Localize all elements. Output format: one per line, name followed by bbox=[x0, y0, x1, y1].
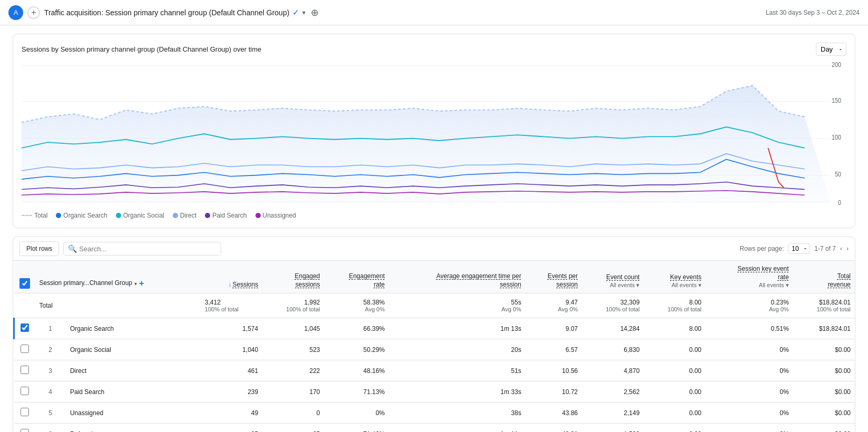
total-session-key-event-rate: 0.23% Avg 0% bbox=[706, 293, 793, 318]
engaged-sessions-col-header: Engagedsessions bbox=[262, 261, 324, 293]
svg-text:11: 11 bbox=[241, 207, 246, 208]
total-revenue-col-header: Totalrevenue bbox=[793, 261, 855, 293]
verified-icon: ✓ bbox=[292, 7, 299, 17]
svg-text:200: 200 bbox=[832, 62, 841, 68]
row-checkbox[interactable] bbox=[21, 345, 29, 353]
table-toolbar-right: Rows per page: 10 25 50 1-7 of 7 ‹ › bbox=[739, 243, 849, 254]
svg-text:21: 21 bbox=[528, 207, 534, 208]
row-checkbox[interactable] bbox=[21, 366, 29, 374]
total-row: Total 3,412 100% of total 1,992 100% of … bbox=[14, 293, 855, 318]
chart-svg: 200 150 100 50 0 bbox=[22, 60, 846, 208]
next-page-button[interactable]: › bbox=[846, 245, 849, 252]
svg-marker-10 bbox=[22, 85, 831, 202]
table-row: 1 Organic Search 1,5741,04566.39%1m 13s9… bbox=[14, 318, 855, 339]
row-checkbox[interactable] bbox=[21, 429, 29, 432]
table-section: Plot rows 🔍 Rows per page: 10 25 50 1-7 … bbox=[13, 237, 855, 432]
row-checkbox[interactable] bbox=[21, 408, 29, 416]
sessions-col-header[interactable]: ↓ Sessions bbox=[205, 281, 258, 289]
svg-text:25: 25 bbox=[640, 207, 646, 208]
avatar: A bbox=[8, 5, 23, 20]
events-per-session-col-header: Events persession bbox=[526, 261, 582, 293]
rows-per-page-label: Rows per page: bbox=[739, 245, 784, 252]
engagement-rate-col-header: Engagementrate bbox=[324, 261, 389, 293]
search-box: 🔍 bbox=[63, 242, 221, 256]
total-sessions: 3,412 100% of total bbox=[201, 293, 262, 318]
page-title: Traffic acquisition: Session primary cha… bbox=[44, 7, 766, 18]
svg-text:19: 19 bbox=[470, 207, 476, 208]
legend-organic-search[interactable]: Organic Search bbox=[56, 212, 107, 219]
svg-text:09: 09 bbox=[183, 207, 189, 208]
legend-organic-social[interactable]: Organic Social bbox=[116, 212, 164, 219]
legend-paid-search[interactable]: Paid Search bbox=[205, 212, 246, 219]
svg-text:01: 01 bbox=[800, 207, 805, 208]
table-row: 4 Paid Search 23917071.13%1m 33s10.722,5… bbox=[14, 381, 855, 402]
table-row: 6 Referral 352571.43%1m 11s42.911,5020.0… bbox=[14, 424, 855, 432]
svg-text:150: 150 bbox=[832, 97, 841, 103]
total-key-events: 8.00 100% of total bbox=[644, 293, 705, 318]
chart-area: 200 150 100 50 0 bbox=[22, 60, 846, 208]
svg-text:13: 13 bbox=[298, 207, 304, 208]
svg-text:17: 17 bbox=[413, 207, 419, 208]
svg-text:100: 100 bbox=[832, 134, 841, 140]
table-row: 2 Organic Social 1,04052350.29%20s6.576,… bbox=[14, 339, 855, 360]
plot-rows-button[interactable]: Plot rows bbox=[19, 241, 59, 256]
title-dropdown-icon[interactable]: ▾ bbox=[302, 9, 305, 16]
add-report-button[interactable]: ⊕ bbox=[311, 7, 319, 18]
add-tab-button[interactable]: + bbox=[27, 6, 40, 19]
search-input[interactable] bbox=[79, 245, 216, 253]
total-row-label: Total bbox=[35, 293, 201, 318]
session-key-event-rate-col-header: Session key eventrate All events ▾ bbox=[706, 261, 793, 293]
total-engagement-rate: 58.38% Avg 0% bbox=[324, 293, 389, 318]
table-row: 3 Direct 46122248.16%51s10.564,8700.000%… bbox=[14, 360, 855, 381]
svg-text:50: 50 bbox=[835, 171, 841, 177]
header: A + Traffic acquisition: Session primary… bbox=[0, 0, 868, 25]
svg-text:23: 23 bbox=[583, 207, 588, 208]
svg-text:29: 29 bbox=[753, 207, 758, 208]
data-table: Session primary...Channel Group ▾ + ↓ Se… bbox=[13, 261, 855, 432]
session-key-event-rate-filter[interactable]: All events ▾ bbox=[710, 281, 789, 289]
legend-unassigned[interactable]: Unassigned bbox=[255, 212, 296, 219]
svg-text:03: 03 bbox=[22, 207, 27, 208]
add-col-button[interactable]: + bbox=[139, 278, 144, 289]
header-checkbox[interactable] bbox=[21, 280, 28, 287]
prev-page-button[interactable]: ‹ bbox=[840, 245, 842, 252]
key-events-filter[interactable]: All events ▾ bbox=[648, 281, 701, 289]
date-range: Last 30 days Sep 3 – Oct 2, 2024 bbox=[766, 9, 860, 16]
svg-text:27: 27 bbox=[698, 207, 704, 208]
row-checkbox[interactable] bbox=[21, 387, 29, 395]
event-count-col-header: Event count All events ▾ bbox=[582, 261, 644, 293]
total-avg-engagement: 55s Avg 0% bbox=[389, 293, 525, 318]
total-events-per-session: 9.47 Avg 0% bbox=[526, 293, 582, 318]
event-count-filter[interactable]: All events ▾ bbox=[586, 281, 639, 289]
day-select[interactable]: Day bbox=[816, 43, 846, 56]
svg-text:07: 07 bbox=[126, 207, 132, 208]
table-row: 5 Unassigned 4900%38s43.862,1490.000%$0.… bbox=[14, 402, 855, 424]
total-event-count: 32,309 100% of total bbox=[582, 293, 644, 318]
avg-engagement-col-header: Average engagement time persession bbox=[389, 261, 525, 293]
svg-text:05: 05 bbox=[74, 207, 80, 208]
total-revenue: $18,824.01 100% of total bbox=[793, 293, 855, 318]
key-events-col-header: Key events All events ▾ bbox=[644, 261, 705, 293]
channel-col-dropdown[interactable]: ▾ bbox=[134, 280, 137, 287]
table-toolbar: Plot rows 🔍 Rows per page: 10 25 50 1-7 … bbox=[13, 237, 855, 261]
channel-col-header: Session primary...Channel Group bbox=[40, 279, 133, 288]
legend-direct[interactable]: Direct bbox=[173, 212, 196, 219]
total-engaged-sessions: 1,992 100% of total bbox=[262, 293, 324, 318]
svg-text:0: 0 bbox=[838, 199, 841, 205]
chart-header: Sessions by Session primary channel grou… bbox=[22, 43, 846, 56]
chart-title: Sessions by Session primary channel grou… bbox=[22, 45, 261, 53]
pagination-info: 1-7 of 7 bbox=[814, 245, 836, 252]
chart-legend: Total Organic Search Organic Social Dire… bbox=[22, 212, 846, 219]
svg-text:15: 15 bbox=[356, 207, 361, 208]
chart-section: Sessions by Session primary channel grou… bbox=[13, 34, 855, 228]
page-title-text: Traffic acquisition: Session primary cha… bbox=[44, 8, 289, 17]
row-checkbox[interactable] bbox=[21, 323, 29, 332]
total-row-checkbox-cell bbox=[14, 293, 35, 318]
rows-per-page-select[interactable]: 10 25 50 bbox=[788, 243, 810, 254]
search-icon: 🔍 bbox=[68, 244, 77, 253]
main-content: Sessions by Session primary channel grou… bbox=[0, 25, 868, 432]
legend-total[interactable]: Total bbox=[22, 212, 47, 219]
